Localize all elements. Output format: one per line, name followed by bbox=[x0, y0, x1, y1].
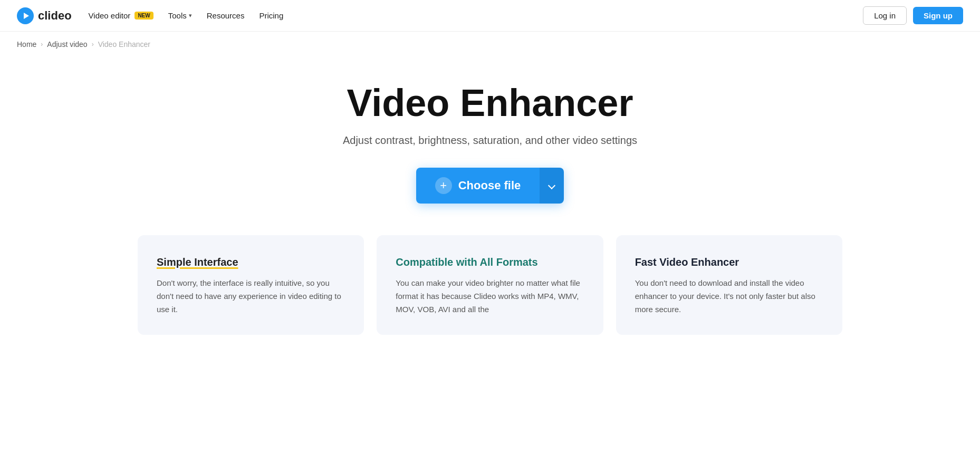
feature-card-compatible-formats: Compatible with All FormatsYou can make … bbox=[377, 235, 603, 335]
choose-file-wrapper: + Choose file bbox=[416, 168, 564, 204]
hero-section: Video Enhancer Adjust contrast, brightne… bbox=[0, 57, 980, 235]
chevron-down-icon bbox=[549, 181, 554, 190]
login-button[interactable]: Log in bbox=[863, 6, 907, 25]
breadcrumb-adjust-video[interactable]: Adjust video bbox=[47, 40, 87, 49]
tools-chevron-icon: ▾ bbox=[189, 12, 192, 19]
hero-subtitle: Adjust contrast, brightness, saturation,… bbox=[11, 134, 969, 147]
features-section: Simple InterfaceDon't worry, the interfa… bbox=[121, 235, 859, 356]
feature-card-fast-enhancer: Fast Video EnhancerYou don't need to dow… bbox=[616, 235, 842, 335]
feature-card-simple-interface: Simple InterfaceDon't worry, the interfa… bbox=[138, 235, 364, 335]
breadcrumb-sep-1: › bbox=[41, 41, 43, 48]
nav-resources[interactable]: Resources bbox=[207, 11, 245, 20]
breadcrumb-home[interactable]: Home bbox=[17, 40, 36, 49]
nav-links: Video editor NEW Tools ▾ Resources Prici… bbox=[89, 11, 847, 20]
new-badge: NEW bbox=[134, 12, 153, 20]
breadcrumb-current: Video Enhancer bbox=[98, 40, 150, 49]
breadcrumb-sep-2: › bbox=[92, 41, 94, 48]
hero-title: Video Enhancer bbox=[11, 82, 969, 124]
feature-body-compatible-formats: You can make your video brighter no matt… bbox=[396, 277, 584, 316]
nav-actions: Log in Sign up bbox=[863, 6, 963, 25]
navbar: clideo Video editor NEW Tools ▾ Resource… bbox=[0, 0, 980, 32]
feature-title-compatible-formats: Compatible with All Formats bbox=[396, 256, 584, 268]
feature-title-fast-enhancer: Fast Video Enhancer bbox=[635, 256, 823, 268]
nav-pricing[interactable]: Pricing bbox=[259, 11, 283, 20]
choose-file-dropdown-button[interactable] bbox=[540, 168, 564, 204]
feature-body-fast-enhancer: You don't need to download and install t… bbox=[635, 277, 823, 316]
feature-title-simple-interface: Simple Interface bbox=[157, 256, 345, 268]
logo-icon bbox=[17, 7, 34, 24]
choose-file-button[interactable]: + Choose file bbox=[416, 168, 540, 204]
logo[interactable]: clideo bbox=[17, 7, 72, 24]
feature-body-simple-interface: Don't worry, the interface is really int… bbox=[157, 277, 345, 316]
plus-icon: + bbox=[435, 177, 452, 194]
nav-video-editor[interactable]: Video editor NEW bbox=[89, 11, 153, 20]
breadcrumb: Home › Adjust video › Video Enhancer bbox=[0, 32, 980, 57]
logo-text: clideo bbox=[38, 9, 72, 23]
nav-tools[interactable]: Tools ▾ bbox=[168, 11, 192, 20]
signup-button[interactable]: Sign up bbox=[913, 7, 963, 24]
